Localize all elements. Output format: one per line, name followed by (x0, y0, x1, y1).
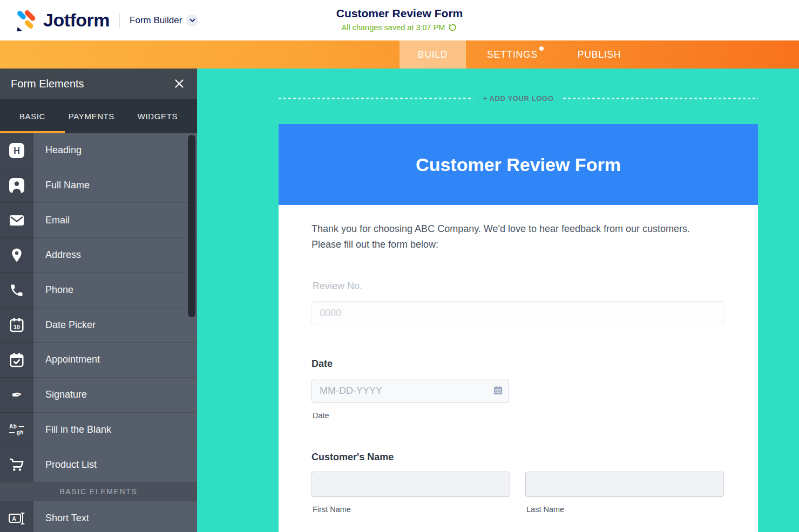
tab-publish[interactable]: PUBLISH (559, 40, 640, 69)
element-label: Short Text (33, 501, 197, 532)
calendar-date-icon: 10 (9, 317, 25, 333)
fill-blank-icon: Ab —— gh (9, 424, 24, 435)
location-pin-icon (9, 247, 24, 263)
dashed-line-left (279, 98, 473, 99)
phone-icon (9, 283, 24, 298)
svg-text:H: H (13, 146, 20, 155)
element-appointment[interactable]: Appointment (0, 343, 197, 378)
review-no-input[interactable] (312, 301, 724, 325)
last-name-input[interactable] (525, 472, 724, 497)
page-title[interactable]: Customer Review Form (232, 7, 567, 20)
section-header-basic-elements: BASIC ELEMENTS (0, 482, 197, 501)
element-date-picker[interactable]: 10 Date Picker (0, 308, 197, 343)
form-intro-line2: Please fill out the form below: (312, 237, 725, 253)
active-tab-underline (0, 131, 65, 133)
calendar-check-icon (9, 352, 25, 368)
element-address[interactable]: Address (0, 238, 197, 273)
element-full-name[interactable]: Full Name (0, 168, 197, 203)
heading-icon: H (9, 142, 25, 159)
element-label: Appointment (33, 343, 197, 378)
panel-tabs: BASIC PAYMENTS WIDGETS (0, 99, 197, 133)
tab-payments[interactable]: PAYMENTS (65, 112, 118, 121)
tab-basic[interactable]: BASIC (16, 112, 49, 121)
date-field (312, 379, 509, 403)
tab-settings-label: SETTINGS (487, 49, 538, 60)
settings-notification-dot (539, 46, 544, 51)
form-intro-line1: Thank you for choosing ABC Company. We'd… (312, 221, 725, 237)
element-label: Heading (33, 133, 197, 168)
section-header-label: BASIC ELEMENTS (60, 487, 138, 496)
tab-publish-label: PUBLISH (578, 49, 621, 60)
element-label: Date Picker (33, 308, 197, 343)
chevron-down-icon (189, 18, 195, 23)
element-label: Fill in the Blank (33, 413, 197, 448)
add-logo-button[interactable]: + ADD YOUR LOGO (279, 94, 758, 103)
panel-title: Form Elements (11, 78, 172, 90)
element-product-list[interactable]: Product List (0, 447, 197, 482)
jotform-logo-icon[interactable] (15, 9, 39, 32)
element-label: Address (33, 238, 197, 273)
last-name-sublabel: Last Name (526, 505, 564, 514)
product-label[interactable]: Form Builder (130, 15, 182, 26)
tab-widgets[interactable]: WIDGETS (134, 112, 181, 121)
date-sublabel: Date (313, 411, 329, 420)
short-text-icon: A (8, 511, 25, 526)
close-icon (174, 79, 184, 88)
element-email[interactable]: Email (0, 203, 197, 238)
product-menu-button[interactable] (186, 15, 198, 26)
form-elements-panel: Form Elements BASIC PAYMENTS WIDGETS H H… (0, 69, 197, 532)
element-heading[interactable]: H Heading (0, 133, 197, 168)
element-fill-in-the-blank[interactable]: Ab —— gh Fill in the Blank (0, 413, 197, 448)
person-icon (9, 178, 25, 194)
brand-name: Jotform (43, 10, 110, 31)
main-nav: BUILD SETTINGS PUBLISH (0, 40, 799, 69)
app-header: Jotform Form Builder Customer Review For… (0, 0, 799, 40)
calendar-picker-icon[interactable] (493, 385, 503, 395)
envelope-icon (9, 212, 25, 228)
form-canvas: + ADD YOUR LOGO Customer Review Form Tha… (197, 69, 799, 532)
close-panel-button[interactable] (172, 77, 186, 91)
element-phone[interactable]: Phone (0, 273, 197, 308)
tab-build-label: BUILD (418, 49, 448, 60)
element-label: Phone (33, 273, 197, 308)
form-title: Customer Review Form (416, 154, 621, 175)
tab-build[interactable]: BUILD (400, 40, 466, 69)
element-signature[interactable]: ✒ Signature (0, 378, 197, 413)
form-header[interactable]: Customer Review Form (279, 124, 758, 205)
review-no-label: Review No. (313, 281, 362, 292)
header-divider (119, 13, 120, 28)
customer-name-label: Customer's Name (312, 452, 394, 463)
save-status: All changes saved at 3:07 PM (342, 23, 458, 32)
signature-pen-icon: ✒ (11, 388, 23, 402)
element-label: Signature (33, 378, 197, 413)
element-short-text[interactable]: A Short Text (0, 501, 197, 532)
add-logo-label: + ADD YOUR LOGO (483, 94, 554, 103)
date-input[interactable] (312, 379, 509, 403)
element-label: Full Name (33, 168, 197, 203)
brand-row: Jotform Form Builder (15, 0, 198, 40)
cart-icon (9, 456, 25, 473)
undo-icon[interactable] (448, 23, 457, 32)
element-label: Email (33, 203, 197, 238)
element-label: Product List (33, 447, 197, 482)
panel-header: Form Elements (0, 69, 197, 99)
sidebar-scrollbar[interactable] (188, 135, 195, 317)
svg-text:10: 10 (13, 324, 20, 330)
save-status-text: All changes saved at 3:07 PM (342, 23, 445, 32)
form-card: Customer Review Form Thank you for choos… (279, 124, 758, 532)
form-body: Thank you for choosing ABC Company. We'd… (279, 205, 758, 532)
first-name-input[interactable] (312, 472, 510, 497)
first-name-sublabel: First Name (313, 505, 351, 514)
svg-text:A: A (12, 516, 16, 522)
dashed-line-right (563, 98, 758, 99)
date-label: Date (312, 358, 333, 370)
form-intro[interactable]: Thank you for choosing ABC Company. We'd… (312, 221, 725, 253)
tab-settings[interactable]: SETTINGS (466, 40, 559, 69)
